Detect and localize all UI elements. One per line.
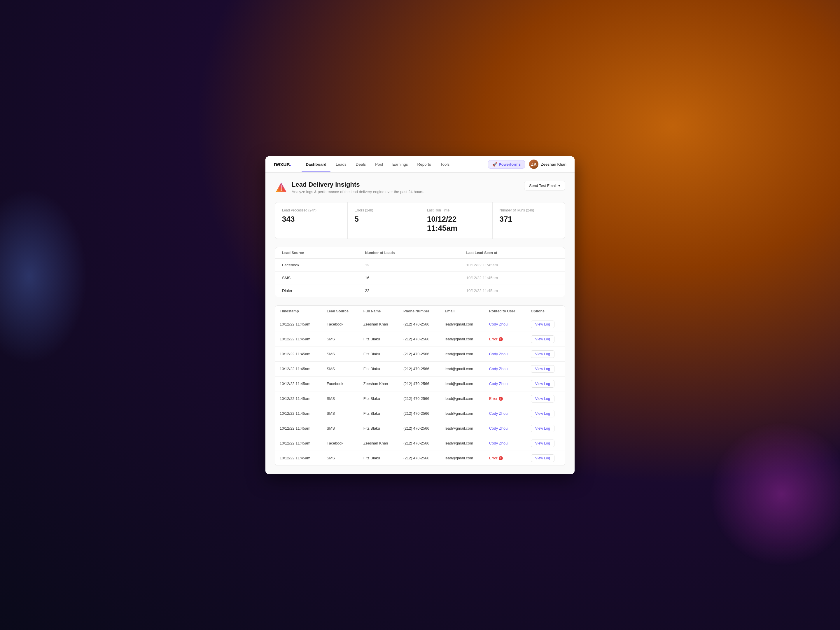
log-options[interactable]: View Log	[526, 346, 565, 362]
powerforms-button[interactable]: 🚀 Powerforms	[488, 160, 525, 169]
routed-user-name: Cody Zhou	[489, 426, 508, 431]
nav-link-reports[interactable]: Reports	[413, 160, 435, 168]
page-header: Lead Delivery Insights Analyze logs & pe…	[275, 181, 565, 194]
view-log-button[interactable]: View Log	[531, 321, 554, 328]
log-source: SMS	[322, 406, 359, 421]
stat-value: 343	[282, 215, 340, 224]
log-email: lead@gmail.com	[440, 362, 485, 376]
view-log-button[interactable]: View Log	[531, 410, 554, 417]
page-icon	[275, 181, 287, 194]
nav-link-dashboard[interactable]: Dashboard	[302, 160, 330, 168]
log-name: Fitz Blaku	[359, 362, 399, 376]
view-log-button[interactable]: View Log	[531, 335, 554, 343]
log-col-header: Full Name	[359, 306, 399, 317]
stat-label: Number of Runs (24h)	[500, 208, 558, 212]
log-options[interactable]: View Log	[526, 317, 565, 332]
view-log-button[interactable]: View Log	[531, 365, 554, 373]
log-name: Fitz Blaku	[359, 421, 399, 436]
log-timestamp: 10/12/22 11:45am	[275, 451, 322, 466]
error-badge: Error !	[489, 337, 503, 341]
logo: nexus.	[273, 161, 291, 168]
log-timestamp: 10/12/22 11:45am	[275, 362, 322, 376]
send-test-email-button[interactable]: Send Test Email ▾	[524, 181, 565, 191]
log-timestamp: 10/12/22 11:45am	[275, 421, 322, 436]
stat-card: Errors (24h) 5	[348, 202, 420, 238]
routed-user: Cody Zhou	[485, 346, 526, 362]
nav-link-leads[interactable]: Leads	[332, 160, 351, 168]
stat-card: Lead Processed (24h) 343	[275, 202, 348, 238]
log-email: lead@gmail.com	[440, 332, 485, 346]
nav-link-deals[interactable]: Deals	[352, 160, 370, 168]
log-source: SMS	[322, 332, 359, 346]
view-log-button[interactable]: View Log	[531, 455, 554, 462]
log-options[interactable]: View Log	[526, 406, 565, 421]
log-email: lead@gmail.com	[440, 317, 485, 332]
log-email: lead@gmail.com	[440, 376, 485, 391]
view-log-button[interactable]: View Log	[531, 439, 554, 447]
avatar: ZK	[529, 159, 538, 169]
view-log-button[interactable]: View Log	[531, 395, 554, 403]
log-timestamp: 10/12/22 11:45am	[275, 346, 322, 362]
log-options[interactable]: View Log	[526, 376, 565, 391]
stat-value: 371	[500, 215, 558, 224]
log-table-row: 10/12/22 11:45am SMS Fitz Blaku (212) 47…	[275, 421, 565, 436]
view-log-button[interactable]: View Log	[531, 380, 554, 388]
source-leads: 22	[358, 284, 459, 297]
source-leads: 12	[358, 258, 459, 271]
page-title: Lead Delivery Insights	[292, 181, 425, 188]
log-phone: (212) 470-2566	[399, 376, 440, 391]
log-table-row: 10/12/22 11:45am SMS Fitz Blaku (212) 47…	[275, 451, 565, 466]
log-options[interactable]: View Log	[526, 332, 565, 346]
nav-links: DashboardLeadsDealsPoolEarningsReportsTo…	[302, 160, 488, 168]
log-phone: (212) 470-2566	[399, 391, 440, 406]
log-name: Fitz Blaku	[359, 451, 399, 466]
view-log-button[interactable]: View Log	[531, 425, 554, 432]
source-table-row: SMS 16 10/12/22 11:45am	[275, 271, 565, 284]
stat-card: Number of Runs (24h) 371	[493, 202, 565, 238]
logo-dot: .	[290, 161, 291, 167]
log-name: Fitz Blaku	[359, 406, 399, 421]
log-email: lead@gmail.com	[440, 451, 485, 466]
log-source: SMS	[322, 391, 359, 406]
nav-link-earnings[interactable]: Earnings	[388, 160, 412, 168]
log-table-row: 10/12/22 11:45am Facebook Zeeshan Khan (…	[275, 436, 565, 451]
nav-right: 🚀 Powerforms ZK Zeeshan Khan	[488, 159, 567, 169]
log-phone: (212) 470-2566	[399, 362, 440, 376]
nav-link-pool[interactable]: Pool	[371, 160, 387, 168]
log-options[interactable]: View Log	[526, 421, 565, 436]
nav-link-tools[interactable]: Tools	[436, 160, 454, 168]
routed-user: Cody Zhou	[485, 406, 526, 421]
log-timestamp: 10/12/22 11:45am	[275, 406, 322, 421]
user-info[interactable]: ZK Zeeshan Khan	[529, 159, 567, 169]
log-source: SMS	[322, 346, 359, 362]
error-icon: !	[499, 397, 503, 401]
log-options[interactable]: View Log	[526, 451, 565, 466]
routed-user: Cody Zhou	[485, 421, 526, 436]
stat-value: 10/12/22 11:45am	[427, 215, 485, 233]
log-name: Zeeshan Khan	[359, 436, 399, 451]
stat-label: Errors (24h)	[355, 208, 413, 212]
routed-user-name: Cody Zhou	[489, 411, 508, 415]
log-source: Facebook	[322, 436, 359, 451]
source-name: SMS	[275, 271, 358, 284]
routed-user: Cody Zhou	[485, 362, 526, 376]
log-col-header: Routed to User	[485, 306, 526, 317]
log-phone: (212) 470-2566	[399, 406, 440, 421]
page-title-block: Lead Delivery Insights Analyze logs & pe…	[292, 181, 425, 194]
bg-glow-right	[709, 421, 840, 567]
log-email: lead@gmail.com	[440, 421, 485, 436]
app-window: nexus. DashboardLeadsDealsPoolEarningsRe…	[265, 156, 575, 474]
routed-user: Error !	[485, 332, 526, 346]
log-options[interactable]: View Log	[526, 391, 565, 406]
svg-point-3	[281, 190, 282, 191]
log-table-row: 10/12/22 11:45am SMS Fitz Blaku (212) 47…	[275, 346, 565, 362]
log-options[interactable]: View Log	[526, 436, 565, 451]
log-source: SMS	[322, 451, 359, 466]
log-options[interactable]: View Log	[526, 362, 565, 376]
log-name: Fitz Blaku	[359, 346, 399, 362]
view-log-button[interactable]: View Log	[531, 350, 554, 358]
routed-user: Cody Zhou	[485, 436, 526, 451]
log-phone: (212) 470-2566	[399, 451, 440, 466]
stat-label: Last Run Time	[427, 208, 485, 212]
log-phone: (212) 470-2566	[399, 317, 440, 332]
